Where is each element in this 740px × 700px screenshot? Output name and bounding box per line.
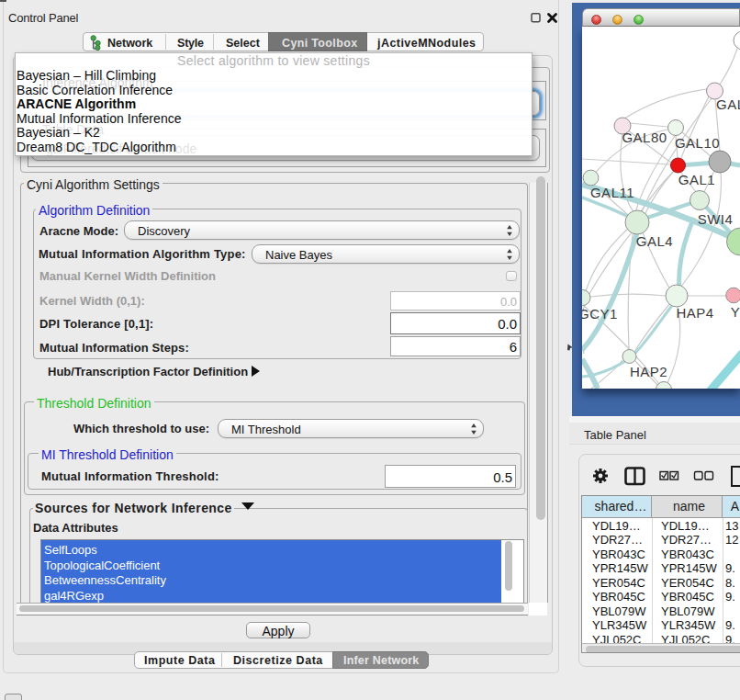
- svg-text:GAL4: GAL4: [636, 233, 673, 249]
- svg-text:Y: Y: [731, 304, 740, 320]
- svg-text:SWI4: SWI4: [698, 211, 734, 227]
- svg-text:GAL11: GAL11: [590, 185, 634, 200]
- svg-text:HAP2: HAP2: [630, 364, 667, 379]
- svg-text:GAL10: GAL10: [675, 135, 720, 151]
- svg-text:GAL8: GAL8: [716, 96, 740, 112]
- svg-text:GAL1: GAL1: [678, 172, 715, 187]
- svg-text:GCY1: GCY1: [582, 306, 618, 322]
- svg-text:HAP4: HAP4: [676, 305, 713, 321]
- svg-text:GAL80: GAL80: [622, 130, 667, 145]
